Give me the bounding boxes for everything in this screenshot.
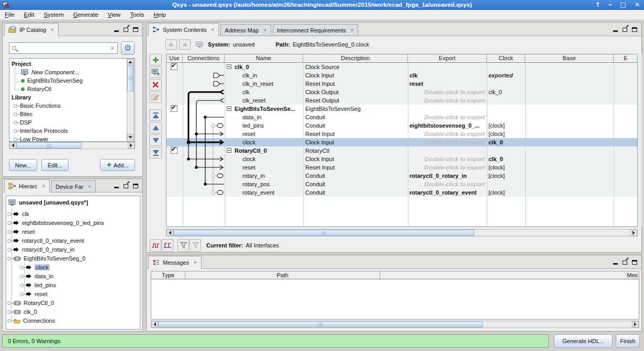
table-hscroll[interactable]: [166, 229, 638, 236]
cell-description[interactable]: Clock Source: [304, 63, 407, 71]
expand-knob-icon[interactable]: [7, 230, 11, 234]
hier-item-reset[interactable]: reset: [7, 228, 35, 236]
hier-item-rotaryctl-0-rotary-in[interactable]: rotaryctl_0_rotary_in: [7, 245, 74, 254]
column-header-mes[interactable]: Mes: [380, 271, 639, 279]
hier-item-clk[interactable]: clk: [7, 210, 29, 218]
menu-tools[interactable]: Tools: [125, 10, 149, 20]
close-button[interactable]: ✕: [635, 0, 640, 10]
expand-knob-icon[interactable]: [20, 284, 24, 287]
cell-description[interactable]: Conduit: [304, 113, 407, 121]
hier-root[interactable]: unsaved [unsaved.qsys*]: [8, 198, 88, 207]
expand-knob-icon[interactable]: [14, 121, 17, 124]
close-icon[interactable]: ✕: [87, 184, 92, 189]
expand-knob-icon[interactable]: [20, 275, 24, 278]
scroll-down-button[interactable]: [127, 134, 134, 140]
use-checkbox[interactable]: ✔: [171, 63, 177, 70]
scroll-right-button[interactable]: [128, 142, 135, 149]
column-header-connections[interactable]: Connections: [183, 54, 225, 63]
scroll-right-button[interactable]: [632, 321, 639, 327]
move-bottom-button[interactable]: [149, 147, 162, 158]
expand-knob-icon[interactable]: [7, 310, 11, 314]
hier-item-rotaryctl-0-rotary-event[interactable]: rotaryctl_0_rotary_event: [7, 236, 84, 245]
clear-search-icon[interactable]: ✕: [110, 45, 115, 52]
panel-maximize-icon[interactable]: [632, 260, 637, 265]
tab-device-far[interactable]: Device Far✕: [51, 180, 96, 193]
use-checkbox[interactable]: ✔: [171, 147, 177, 154]
cell-name[interactable]: clk_in: [241, 71, 303, 80]
cell-clock[interactable]: [clock]: [487, 121, 524, 130]
remove-button[interactable]: [149, 79, 162, 90]
menu-system[interactable]: System: [39, 10, 68, 20]
column-header-path[interactable]: Path: [185, 271, 380, 279]
ip-item-rotaryctl[interactable]: RotaryCtl: [9, 85, 135, 93]
table-vscroll-track[interactable]: [639, 54, 642, 227]
collapse-icon[interactable]: [227, 106, 231, 111]
expand-knob-icon[interactable]: [14, 138, 17, 141]
collapse-icon[interactable]: [227, 148, 231, 153]
expand-knob-icon[interactable]: [14, 104, 17, 108]
cell-clock[interactable]: [clock]: [487, 163, 524, 172]
cell-name[interactable]: reset: [241, 163, 303, 172]
ip-tree-hscroll[interactable]: [9, 142, 135, 149]
cell-export[interactable]: clk: [408, 71, 486, 80]
cell-export[interactable]: eightbitstosevenseg_0_...: [408, 121, 486, 130]
cell-export[interactable]: Double-click to export: [408, 163, 486, 172]
close-icon[interactable]: ✕: [211, 27, 215, 32]
ip-tree-vscroll[interactable]: [127, 59, 134, 141]
column-header-use[interactable]: Use: [166, 54, 183, 63]
expand-knob-icon[interactable]: [14, 112, 17, 116]
cell-export[interactable]: Double-click to export: [408, 88, 486, 96]
cell-description[interactable]: Conduit: [304, 121, 407, 130]
cell-description[interactable]: EightBitsToSevenSeg: [304, 105, 407, 113]
cell-export[interactable]: Double-click to export: [408, 96, 486, 105]
minimize-button[interactable]: –: [609, 0, 612, 10]
cell-name[interactable]: reset: [241, 130, 303, 138]
hier-item-clk-0[interactable]: clk_0: [7, 308, 37, 316]
parent-system-button-2[interactable]: [179, 39, 191, 50]
expand-knob-icon[interactable]: [7, 301, 11, 305]
expand-knob-icon[interactable]: [7, 248, 11, 252]
cell-description[interactable]: Conduit: [304, 188, 407, 197]
close-icon[interactable]: ✕: [350, 28, 354, 33]
cell-description[interactable]: Reset Input: [304, 163, 407, 172]
scroll-left-button[interactable]: [9, 142, 16, 149]
expand-knob-icon[interactable]: [7, 257, 11, 261]
hier-item-data-in[interactable]: data_in: [20, 272, 53, 280]
expand-knob-icon[interactable]: [7, 221, 11, 225]
generate-hdl-button[interactable]: Generate HDL...: [554, 334, 613, 348]
column-header-description[interactable]: Description: [303, 54, 408, 63]
menu-edit[interactable]: Edit: [19, 10, 39, 20]
ip-item-interface-protocols[interactable]: Interface Protocols: [9, 127, 135, 135]
hier-item-eightbitstosevenseg-0-led-pins[interactable]: eightbitstosevenseg_0_led_pins: [7, 219, 104, 227]
close-icon[interactable]: ✕: [263, 28, 267, 33]
cell-name[interactable]: clk_reset: [241, 96, 303, 105]
cell-export[interactable]: reset: [408, 80, 486, 88]
cell-name[interactable]: data_in: [241, 113, 303, 121]
tab-messages[interactable]: Messages ✕: [148, 256, 202, 269]
menu-view[interactable]: View: [103, 10, 126, 20]
cell-description[interactable]: Conduit: [304, 172, 407, 180]
expand-knob-icon[interactable]: [7, 239, 11, 243]
new-button[interactable]: New...: [9, 159, 37, 171]
cell-export[interactable]: Double-click to export: [408, 130, 486, 138]
cell-name[interactable]: rotary_in: [241, 172, 303, 180]
scroll-right-button[interactable]: [630, 230, 637, 236]
panel-maximize-icon[interactable]: [133, 184, 138, 188]
scroll-thumb[interactable]: [173, 230, 474, 236]
scroll-thumb[interactable]: [127, 65, 134, 92]
panel-float-icon[interactable]: [124, 184, 128, 188]
parent-system-button[interactable]: [165, 39, 177, 50]
add-button[interactable]: [149, 54, 162, 65]
cell-export[interactable]: Double-click to export: [408, 113, 486, 121]
column-header-e[interactable]: E: [614, 54, 638, 63]
tab-hierarc[interactable]: Hierarc✕: [4, 179, 50, 193]
cell-name[interactable]: rotary_event: [241, 188, 303, 197]
close-icon[interactable]: ✕: [193, 260, 197, 265]
expand-knob-icon[interactable]: [7, 212, 11, 216]
move-down-button[interactable]: [149, 134, 162, 146]
edit-button[interactable]: [149, 92, 162, 103]
cell-clock[interactable]: exported: [487, 71, 524, 80]
cell-description[interactable]: Clock Input: [304, 138, 407, 146]
tab-ip-catalog[interactable]: IP Catalog ✕: [4, 23, 59, 36]
cell-clock[interactable]: [clock]: [487, 172, 524, 180]
